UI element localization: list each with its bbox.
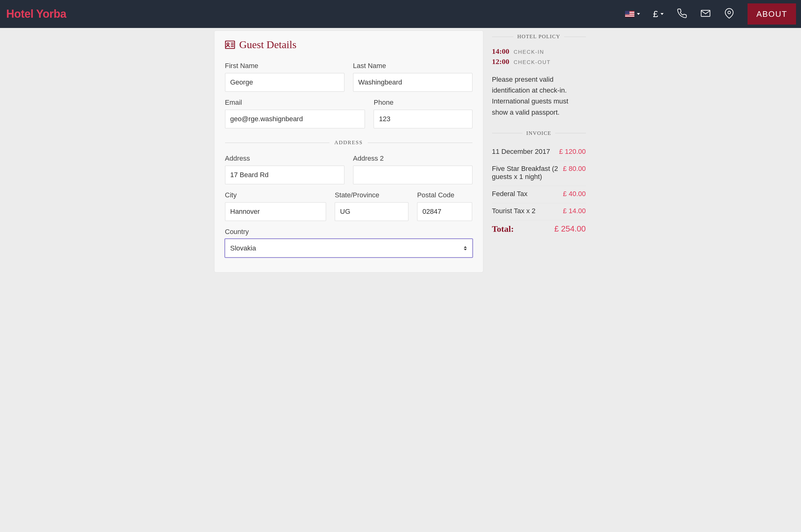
city-label: City	[225, 191, 327, 199]
address-field[interactable]	[225, 166, 344, 184]
caret-down-icon	[660, 13, 664, 15]
policy-times: 14:00 CHECK-IN 12:00 CHECK-OUT	[492, 47, 586, 66]
invoice-total-row: Total: £ 254.00	[492, 220, 586, 239]
address-divider: ADDRESS	[225, 139, 472, 146]
address-label: Address	[225, 154, 344, 163]
first-name-label: First Name	[225, 62, 344, 70]
guest-details-panel: Guest Details First Name Last Name Email…	[214, 31, 483, 272]
currency-selector[interactable]: £	[653, 9, 664, 19]
invoice-row: Five Star Breakfast (2 guests x 1 night)…	[492, 161, 586, 186]
invoice-section-title: INVOICE	[492, 130, 586, 136]
invoice-item-label: Five Star Breakfast (2 guests x 1 night)	[492, 165, 559, 181]
policy-section-title: HOTEL POLICY	[492, 34, 586, 40]
caret-down-icon	[637, 13, 640, 15]
address2-label: Address 2	[353, 154, 472, 163]
invoice-table: 11 December 2017 £ 120.00 Five Star Brea…	[492, 144, 586, 239]
phone-field[interactable]	[374, 110, 472, 128]
svg-point-3	[227, 43, 229, 45]
svg-point-1	[728, 11, 731, 14]
email-label: Email	[225, 98, 365, 107]
logo: Hotel Yorba	[5, 7, 66, 20]
state-field[interactable]	[335, 202, 408, 221]
invoice-total-value: £ 254.00	[554, 224, 585, 234]
section-title: Guest Details	[225, 39, 472, 51]
invoice-item-value: £ 14.00	[563, 207, 585, 215]
address-divider-text: ADDRESS	[334, 139, 363, 146]
policy-text: Please present valid identification at c…	[492, 74, 586, 118]
language-selector[interactable]	[625, 11, 640, 17]
invoice-item-value: £ 120.00	[559, 148, 586, 156]
invoice-item-value: £ 80.00	[563, 165, 585, 173]
email-field[interactable]	[225, 110, 365, 128]
state-label: State/Province	[335, 191, 408, 199]
city-field[interactable]	[225, 202, 327, 221]
postal-label: Postal Code	[417, 191, 472, 199]
check-in-time: 14:00	[492, 47, 509, 56]
svg-rect-0	[701, 10, 710, 17]
last-name-field[interactable]	[353, 73, 472, 92]
phone-icon[interactable]	[677, 8, 687, 20]
invoice-row: 11 December 2017 £ 120.00	[492, 144, 586, 161]
invoice-row: Tourist Tax x 2 £ 14.00	[492, 203, 586, 220]
invoice-total-label: Total:	[492, 224, 551, 234]
invoice-item-label: 11 December 2017	[492, 148, 556, 156]
id-card-icon	[225, 40, 235, 49]
first-name-field[interactable]	[225, 73, 344, 92]
header-actions: £ ABOUT	[625, 3, 796, 24]
phone-label: Phone	[374, 98, 472, 107]
site-header: Hotel Yorba £ ABOUT	[0, 0, 801, 28]
check-out-time: 12:00	[492, 57, 509, 66]
check-out-label: CHECK-OUT	[514, 59, 551, 65]
postal-field[interactable]	[417, 202, 472, 221]
section-title-text: Guest Details	[239, 39, 297, 51]
us-flag-icon	[625, 11, 634, 17]
invoice-item-label: Federal Tax	[492, 190, 559, 198]
sidebar: HOTEL POLICY 14:00 CHECK-IN 12:00 CHECK-…	[491, 31, 587, 242]
country-select[interactable]: Slovakia	[225, 239, 472, 257]
invoice-row: Federal Tax £ 40.00	[492, 186, 586, 203]
mail-icon[interactable]	[700, 8, 711, 20]
last-name-label: Last Name	[353, 62, 472, 70]
main-container: Guest Details First Name Last Name Email…	[214, 28, 587, 279]
about-button[interactable]: ABOUT	[747, 3, 796, 24]
invoice-item-value: £ 40.00	[563, 190, 585, 198]
invoice-item-label: Tourist Tax x 2	[492, 207, 559, 215]
map-pin-icon[interactable]	[724, 8, 734, 20]
country-label: Country	[225, 228, 472, 236]
currency-symbol: £	[653, 9, 658, 19]
check-in-label: CHECK-IN	[514, 49, 544, 55]
address2-field[interactable]	[353, 166, 472, 184]
